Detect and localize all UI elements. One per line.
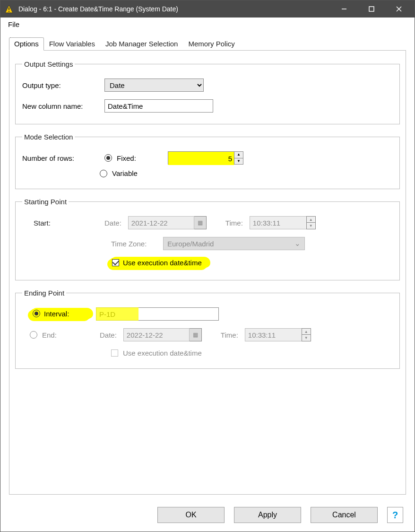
svg-rect-1 — [9, 8, 9, 10]
chevron-down-icon: ⌄ — [294, 239, 301, 248]
start-time-label: Time: — [225, 219, 243, 227]
maximize-button[interactable] — [358, 0, 385, 17]
app-icon — [4, 4, 14, 14]
tab-memory-policy[interactable]: Memory Policy — [183, 37, 240, 51]
spinner-up-icon: ▲ — [307, 217, 315, 223]
tab-options[interactable]: Options — [9, 37, 44, 51]
svg-rect-4 — [369, 7, 374, 11]
fixed-radio[interactable] — [104, 154, 112, 162]
apply-button[interactable]: Apply — [234, 507, 301, 523]
mode-selection-legend: Mode Selection — [22, 133, 75, 141]
spinner-down-icon[interactable]: ▼ — [234, 158, 243, 165]
new-column-input[interactable] — [104, 99, 213, 113]
end-time-input — [245, 328, 302, 341]
end-date-input — [123, 328, 190, 341]
spinner-down-icon: ▼ — [302, 335, 311, 341]
output-settings-group: Output Settings Output type: Date New co… — [15, 60, 400, 124]
dialog-window: Dialog - 6:1 - Create Date&Time Range (S… — [0, 0, 415, 532]
spinner-up-icon[interactable]: ▲ — [234, 152, 243, 158]
interval-radio[interactable] — [33, 310, 40, 317]
tab-strip: Options Flow Variables Job Manager Selec… — [9, 37, 406, 50]
tab-job-manager[interactable]: Job Manager Selection — [100, 37, 183, 51]
svg-rect-2 — [9, 11, 9, 12]
end-radio[interactable] — [30, 331, 37, 339]
starting-point-group: Starting Point Start: Date: ▦ Time: ▲▼ — [15, 198, 400, 280]
output-type-label: Output type: — [22, 81, 100, 89]
interval-input[interactable] — [96, 307, 219, 321]
titlebar: Dialog - 6:1 - Create Date&Time Range (S… — [0, 0, 415, 17]
menubar: File — [0, 17, 415, 32]
use-exec-end-checkbox — [111, 349, 118, 357]
ok-button[interactable]: OK — [157, 507, 225, 523]
end-time-label: Time: — [221, 331, 238, 339]
use-exec-start-checkbox[interactable] — [112, 259, 119, 266]
output-settings-legend: Output Settings — [22, 60, 75, 68]
rows-label: Number of rows: — [22, 154, 100, 162]
timezone-select: Europe/Madrid ⌄ — [163, 237, 305, 250]
ending-point-legend: Ending Point — [22, 289, 66, 297]
spinner-down-icon: ▼ — [307, 223, 315, 229]
fixed-rows-input[interactable] — [168, 152, 234, 165]
new-column-label: New column name: — [22, 102, 100, 110]
starting-point-legend: Starting Point — [22, 198, 69, 206]
calendar-icon: ▦ — [190, 328, 202, 341]
help-button[interactable]: ? — [387, 507, 403, 523]
fixed-rows-spinner[interactable]: ▲ ▼ — [168, 151, 243, 165]
start-date-label: Date: — [104, 219, 121, 227]
button-bar: OK Apply Cancel ? — [0, 500, 415, 532]
spinner-up-icon: ▲ — [302, 329, 311, 335]
timezone-value: Europe/Madrid — [167, 240, 214, 248]
calendar-icon: ▦ — [194, 216, 207, 229]
end-date-label: Date: — [100, 331, 117, 339]
options-panel: Output Settings Output type: Date New co… — [9, 50, 406, 495]
tab-flow-variables[interactable]: Flow Variables — [44, 37, 100, 51]
menu-file[interactable]: File — [5, 19, 22, 29]
ending-point-group: Ending Point Interval: End: Date: — [15, 289, 400, 369]
fixed-label: Fixed: — [117, 154, 145, 162]
cancel-button[interactable]: Cancel — [311, 507, 378, 523]
minimize-button[interactable] — [330, 0, 358, 17]
output-type-select[interactable]: Date — [104, 78, 204, 92]
variable-label: Variable — [112, 169, 138, 177]
start-time-input — [250, 216, 306, 229]
timezone-label: Time Zone: — [111, 240, 156, 248]
mode-selection-group: Mode Selection Number of rows: Fixed: ▲ … — [15, 133, 400, 189]
content-area: Options Flow Variables Job Manager Selec… — [0, 32, 415, 500]
use-exec-start-label: Use execution date&time — [123, 259, 202, 267]
window-title: Dialog - 6:1 - Create Date&Time Range (S… — [18, 5, 178, 13]
start-date-input — [128, 216, 194, 229]
end-label: End: — [42, 331, 95, 339]
interval-label: Interval: — [44, 310, 69, 318]
close-button[interactable] — [385, 0, 413, 17]
start-label: Start: — [34, 219, 100, 227]
use-exec-end-label: Use execution date&time — [123, 349, 202, 357]
variable-radio[interactable] — [100, 170, 107, 177]
